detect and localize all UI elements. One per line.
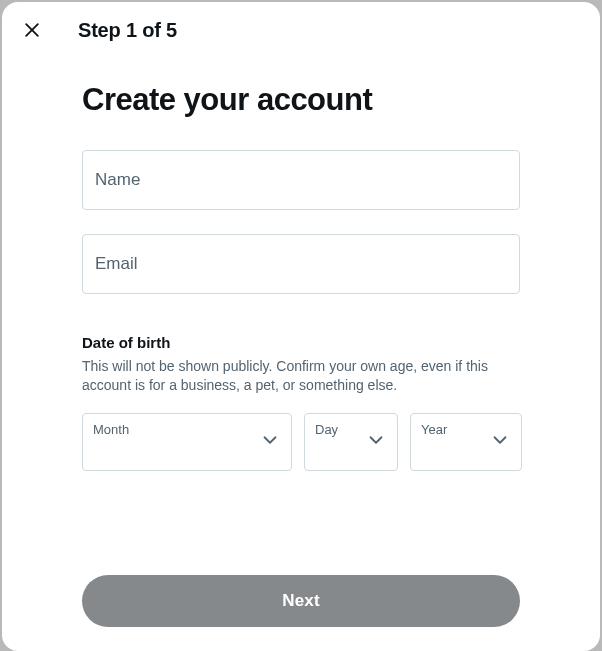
next-button[interactable]: Next xyxy=(82,575,520,627)
dob-title: Date of birth xyxy=(82,334,520,351)
dob-description: This will not be shown publicly. Confirm… xyxy=(82,357,520,395)
signup-modal: Step 1 of 5 Create your account Name Ema… xyxy=(2,2,600,651)
day-select[interactable]: Day xyxy=(304,413,398,471)
modal-header: Step 1 of 5 xyxy=(2,2,600,58)
name-field[interactable]: Name xyxy=(82,150,520,210)
email-field[interactable]: Email xyxy=(82,234,520,294)
year-select[interactable]: Year xyxy=(410,413,522,471)
step-indicator: Step 1 of 5 xyxy=(78,19,177,42)
chevron-down-icon xyxy=(365,429,387,455)
month-label: Month xyxy=(93,422,281,437)
chevron-down-icon xyxy=(489,429,511,455)
chevron-down-icon xyxy=(259,429,281,455)
dob-row: Month Day Year xyxy=(82,413,520,471)
email-placeholder: Email xyxy=(95,254,138,274)
modal-footer: Next xyxy=(2,575,600,651)
close-icon[interactable] xyxy=(22,20,42,40)
modal-content: Create your account Name Email Date of b… xyxy=(2,58,600,575)
month-select[interactable]: Month xyxy=(82,413,292,471)
page-title: Create your account xyxy=(82,82,520,118)
name-placeholder: Name xyxy=(95,170,140,190)
